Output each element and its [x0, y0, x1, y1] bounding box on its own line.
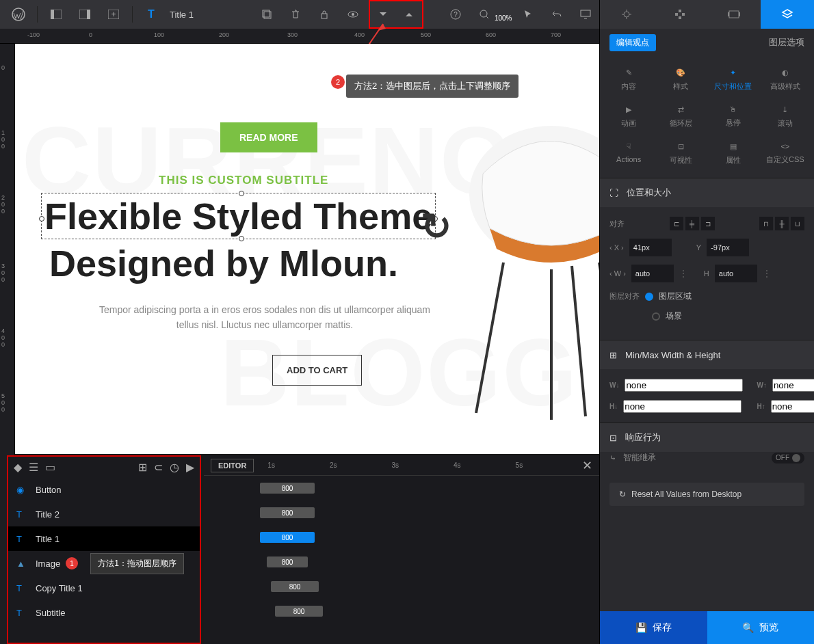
y-input[interactable]: [707, 239, 749, 256]
tool-actions[interactable]: ☟Actions: [603, 135, 655, 172]
w-input[interactable]: [631, 265, 674, 282]
max-width-input[interactable]: [772, 379, 814, 392]
panel-left-icon[interactable]: [43, 1, 69, 27]
properties-panel: 编辑观点 图层选项 ✎内容 🎨样式 ✦尺寸和位置 ◐高级样式 ▶动画 ⇄循环层 …: [599, 0, 814, 644]
tool-animation[interactable]: ▶动画: [603, 98, 655, 135]
tab-navigation[interactable]: [653, 0, 707, 29]
copy-icon[interactable]: [254, 1, 280, 27]
timeline-bar-active[interactable]: 800: [260, 532, 315, 543]
tool-content[interactable]: ✎内容: [603, 62, 655, 98]
svg-rect-26: [679, 10, 681, 12]
tool-hover[interactable]: 🖱悬停: [707, 98, 759, 135]
section-responsive[interactable]: ⊡响应行为: [600, 423, 814, 452]
tool-advanced-style[interactable]: ◐高级样式: [759, 62, 811, 98]
align-bottom-icon[interactable]: ⊔: [791, 217, 804, 230]
zoom-icon[interactable]: [471, 1, 497, 27]
tab-settings[interactable]: [600, 0, 653, 29]
layers-panel: ◆ ☰ ▭ ⊞ ⊂ ◷ ▶ ◉Button TTitle 2 TTitle 1 …: [7, 455, 201, 644]
tool-loop[interactable]: ⇄循环层: [655, 98, 707, 135]
align-top-icon[interactable]: ⊓: [759, 217, 773, 230]
annotation-tooltip-2: 方法2：选中图层后，点击上下调整顺序: [346, 75, 518, 98]
panel-right-icon[interactable]: [72, 1, 98, 27]
description-text[interactable]: Tempor adipiscing porta a in eros eros s…: [90, 302, 439, 333]
align-right-icon[interactable]: ⊐: [701, 217, 715, 230]
tool-style[interactable]: 🎨样式: [655, 62, 707, 98]
h-input[interactable]: [715, 265, 757, 282]
grid-icon[interactable]: ⊞: [138, 461, 147, 474]
section-position-size[interactable]: ⛶位置和大小: [600, 178, 814, 207]
min-width-input[interactable]: [625, 379, 743, 392]
svg-rect-16: [581, 10, 590, 16]
chair-image[interactable]: [449, 71, 599, 427]
svg-line-21: [476, 263, 503, 413]
read-more-button[interactable]: READ MORE: [220, 122, 317, 152]
align-middle-icon[interactable]: ╫: [775, 217, 789, 230]
radio-layer-area[interactable]: [645, 293, 653, 301]
wordpress-icon[interactable]: [5, 1, 31, 27]
text-layer-icon[interactable]: T: [138, 1, 164, 27]
timeline-bar[interactable]: 800: [267, 556, 308, 567]
title1-layer-selected[interactable]: Flexible Styled Theme ↻: [41, 193, 436, 239]
preview-button[interactable]: 🔍预览: [707, 611, 815, 644]
add-panel-icon[interactable]: +: [101, 1, 127, 27]
tab-slides[interactable]: [707, 0, 761, 29]
edit-viewpoint-badge[interactable]: 编辑观点: [609, 34, 656, 51]
title2-text[interactable]: Designed by Mloun.: [49, 242, 398, 284]
radio-scene[interactable]: [652, 312, 660, 321]
folder-icon[interactable]: ▭: [45, 461, 55, 474]
tool-attributes[interactable]: ▤属性: [707, 135, 759, 172]
layer-item-subtitle[interactable]: TSubtitle: [8, 600, 200, 625]
section-minmax[interactable]: ⊞Min/Max Width & Height: [600, 340, 814, 369]
smart-inherit-toggle[interactable]: OFF: [772, 453, 804, 464]
layer-item-button[interactable]: ◉Button: [8, 477, 200, 502]
layer-item-image[interactable]: ▲Image1方法1：拖动图层顺序: [8, 551, 200, 576]
svg-rect-27: [675, 13, 678, 16]
add-to-cart-button[interactable]: ADD TO CART: [272, 355, 362, 386]
timeline-bar[interactable]: 800: [271, 581, 319, 592]
delete-icon[interactable]: [283, 1, 308, 27]
save-button[interactable]: 💾保存: [600, 611, 707, 644]
lock-icon[interactable]: [311, 1, 337, 27]
max-height-input[interactable]: [771, 400, 814, 413]
tool-size-position[interactable]: ✦尺寸和位置: [707, 62, 759, 98]
align-horizontal-buttons: ⊏╪⊐: [670, 217, 715, 230]
svg-text:?: ?: [454, 11, 458, 18]
list-icon[interactable]: ☰: [29, 461, 38, 474]
move-up-icon[interactable]: [396, 1, 422, 27]
min-height-input[interactable]: [623, 400, 741, 413]
play-icon[interactable]: ▶: [186, 461, 194, 474]
timer-icon[interactable]: ◷: [170, 461, 179, 474]
tool-scroll[interactable]: ⤓滚动: [759, 98, 811, 135]
zoom-label: 100%: [495, 14, 512, 22]
svg-rect-2: [51, 10, 54, 19]
svg-line-24: [572, 266, 586, 416]
subtitle-text[interactable]: THIS IS CUSTOM SUBTITLE: [159, 174, 328, 187]
timeline-bar[interactable]: 800: [275, 606, 323, 617]
undo-icon[interactable]: [544, 1, 570, 27]
align-center-icon[interactable]: ╪: [685, 217, 699, 230]
close-icon[interactable]: ✕: [582, 458, 592, 473]
layers-icon[interactable]: ◆: [14, 461, 22, 474]
timeline-bar[interactable]: 800: [260, 483, 315, 494]
help-icon[interactable]: ?: [443, 1, 469, 27]
timeline-bar[interactable]: 800: [260, 507, 315, 518]
reset-button[interactable]: ↻Reset All Values from Desktop: [609, 483, 804, 506]
tab-layers[interactable]: [761, 0, 814, 29]
pointer-icon[interactable]: [515, 1, 541, 27]
svg-point-14: [480, 10, 487, 17]
tool-visibility[interactable]: ⊡可视性: [655, 135, 707, 172]
desktop-icon[interactable]: [573, 1, 599, 27]
layer-item-title1[interactable]: TTitle 1: [8, 526, 200, 551]
magnet-icon[interactable]: ⊂: [154, 461, 163, 474]
svg-rect-4: [87, 10, 90, 19]
editor-button[interactable]: EDITOR: [211, 459, 254, 472]
layer-item-copy-title1[interactable]: TCopy Title 1: [8, 576, 200, 600]
x-input[interactable]: [629, 239, 672, 256]
layers-panel-header: ◆ ☰ ▭ ⊞ ⊂ ◷ ▶: [8, 457, 200, 477]
canvas-area[interactable]: CURRENC BLOGG READ MORE THIS IS CUSTOM S…: [15, 44, 599, 454]
layer-options-link[interactable]: 图层选项: [769, 36, 804, 49]
tool-custom-css[interactable]: <>自定义CSS: [759, 135, 811, 172]
svg-rect-28: [682, 13, 685, 16]
layer-item-title2[interactable]: TTitle 2: [8, 502, 200, 526]
align-left-icon[interactable]: ⊏: [670, 217, 683, 230]
